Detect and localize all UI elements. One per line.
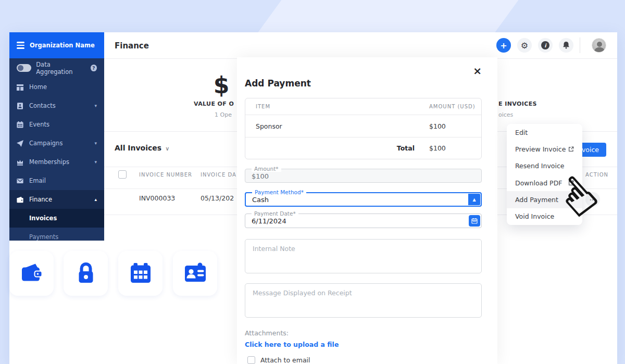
sidebar-item-home[interactable]: Home bbox=[9, 78, 104, 96]
column-invoice-number: INVOICE NUMBER bbox=[139, 172, 192, 178]
data-aggregation-label: Data Aggregation bbox=[36, 61, 86, 76]
wallet-icon bbox=[19, 261, 44, 286]
column-action: ACTION bbox=[585, 172, 608, 178]
invoice-row-date: 05/13/202 bbox=[201, 194, 234, 202]
lock-icon bbox=[73, 261, 98, 286]
gear-icon[interactable]: ⚙ bbox=[517, 38, 532, 53]
menu-item-resend-invoice[interactable]: Resend Invoice bbox=[507, 158, 582, 174]
shortcut-card-membership[interactable] bbox=[173, 251, 217, 296]
envelope-icon bbox=[17, 178, 23, 184]
hamburger-menu-icon[interactable] bbox=[17, 42, 24, 48]
receipt-message-textarea[interactable]: Message Displayed on Receipt bbox=[245, 283, 482, 318]
payment-items-table: ITEM AMOUNT (USD) Sponsor $100 Total $10… bbox=[245, 98, 482, 159]
item-amount: $100 bbox=[429, 122, 481, 130]
col-item: ITEM bbox=[245, 104, 429, 109]
chevron-up-icon: ▴ bbox=[94, 197, 97, 202]
items-table-header: ITEM AMOUNT (USD) bbox=[245, 98, 481, 115]
sidebar-subitem-invoices[interactable]: Invoices bbox=[9, 209, 104, 228]
sidebar-subitem-payments[interactable]: Payments bbox=[9, 228, 104, 241]
attach-to-email-label: Attach to email bbox=[260, 356, 310, 364]
sidebar-item-label: Email bbox=[29, 177, 46, 184]
menu-item-preview-invoice[interactable]: Preview Invoice bbox=[507, 141, 582, 157]
payment-method-field[interactable]: Payment Method* Cash ▲ bbox=[245, 192, 482, 207]
bell-icon[interactable] bbox=[559, 38, 573, 53]
add-button[interactable]: + bbox=[496, 38, 511, 53]
attach-to-email-row: Attach to email bbox=[247, 356, 310, 364]
invoice-filter-dropdown[interactable]: All Invoices∨ bbox=[115, 144, 169, 152]
overdue-invoices-subtitle: oices bbox=[498, 111, 513, 118]
info-icon[interactable]: i bbox=[538, 38, 553, 53]
calendar-picker-button[interactable] bbox=[469, 215, 480, 227]
help-icon[interactable]: ? bbox=[91, 65, 97, 71]
sidebar-item-label: Events bbox=[29, 121, 49, 128]
chevron-down-icon: ∨ bbox=[165, 145, 169, 152]
payment-method-label: Payment Method* bbox=[252, 189, 306, 195]
attachments-label: Attachments: bbox=[245, 329, 289, 337]
open-invoices-subtitle: 1 Ope bbox=[215, 111, 232, 118]
wallet-icon bbox=[17, 196, 23, 203]
menu-item-edit[interactable]: Edit bbox=[507, 124, 582, 141]
sidebar-item-label: Campaigns bbox=[29, 140, 63, 147]
items-table-row: Sponsor $100 bbox=[245, 115, 481, 137]
menu-item-void-invoice[interactable]: Void Invoice bbox=[507, 208, 582, 225]
sidebar-item-label: Memberships bbox=[29, 158, 69, 166]
sidebar-item-contacts[interactable]: Contacts ▾ bbox=[9, 96, 104, 115]
external-link-icon bbox=[568, 146, 574, 152]
chevron-down-icon: ▾ bbox=[94, 103, 97, 108]
calendar-icon bbox=[128, 261, 153, 286]
sidebar-item-events[interactable]: Events bbox=[9, 115, 104, 134]
invoice-row-number[interactable]: INV000033 bbox=[139, 194, 175, 202]
shortcut-card-events[interactable] bbox=[118, 251, 162, 296]
modal-title: Add Payment bbox=[245, 78, 311, 89]
overdue-invoices-title: E INVOICES bbox=[498, 101, 537, 107]
page-title: Finance bbox=[115, 41, 149, 51]
payment-date-label: Payment Date* bbox=[252, 210, 298, 217]
amount-field: Amount* $100 bbox=[245, 169, 482, 183]
payment-method-value: Cash bbox=[252, 196, 269, 204]
chevron-down-icon: ▾ bbox=[94, 159, 97, 165]
add-payment-modal: × Add Payment ITEM AMOUNT (USD) Sponsor … bbox=[237, 57, 497, 364]
amount-value: $100 bbox=[252, 172, 269, 180]
sidebar-item-label: Contacts bbox=[29, 102, 56, 109]
crown-icon bbox=[17, 159, 23, 166]
shortcut-card-security[interactable] bbox=[64, 251, 108, 296]
row-actions-button[interactable]: ⋯ bbox=[585, 192, 600, 207]
upload-file-link[interactable]: Click here to upload a file bbox=[245, 341, 339, 348]
col-amount: AMOUNT (USD) bbox=[429, 104, 481, 109]
menu-item-download-pdf[interactable]: Download PDF bbox=[507, 174, 582, 191]
sidebar-header: Organization Name bbox=[9, 32, 104, 58]
sidebar-item-memberships[interactable]: Memberships ▾ bbox=[9, 153, 104, 171]
invoice-context-menu: Edit Preview Invoice Resend Invoice Down… bbox=[507, 124, 582, 225]
contacts-icon bbox=[17, 103, 23, 109]
dropdown-collapse-button[interactable]: ▲ bbox=[468, 194, 480, 205]
home-icon bbox=[17, 84, 23, 91]
item-name: Sponsor bbox=[245, 122, 429, 130]
data-aggregation-row: Data Aggregation ? bbox=[9, 58, 104, 78]
open-invoices-currency: $ bbox=[206, 72, 237, 98]
sidebar-item-finance[interactable]: Finance ▴ bbox=[9, 190, 104, 209]
paper-plane-icon bbox=[17, 140, 23, 147]
payment-date-value: 6/11/2024 bbox=[252, 217, 286, 225]
shortcut-card-wallet[interactable] bbox=[9, 251, 54, 296]
internal-note-textarea[interactable]: Internal Note bbox=[245, 239, 482, 273]
close-icon[interactable]: × bbox=[473, 66, 482, 76]
calendar-icon bbox=[17, 121, 23, 128]
calendar-icon bbox=[471, 218, 478, 224]
screenshot-root: Organization Name Data Aggregation ? Hom… bbox=[0, 0, 625, 364]
avatar[interactable] bbox=[592, 38, 606, 53]
sidebar: Organization Name Data Aggregation ? Hom… bbox=[9, 32, 104, 241]
internal-note-placeholder: Internal Note bbox=[253, 245, 295, 253]
total-amount: $100 bbox=[429, 144, 481, 152]
payment-date-field[interactable]: Payment Date* 6/11/2024 bbox=[245, 214, 482, 228]
sidebar-item-email[interactable]: Email bbox=[9, 171, 104, 190]
avatar-silhouette bbox=[592, 39, 606, 53]
sidebar-item-campaigns[interactable]: Campaigns ▾ bbox=[9, 134, 104, 153]
attach-to-email-checkbox[interactable] bbox=[247, 356, 255, 364]
select-all-checkbox[interactable] bbox=[118, 170, 127, 179]
items-table-total-row: Total $100 bbox=[245, 137, 481, 159]
sidebar-item-label: Home bbox=[29, 83, 47, 91]
data-aggregation-toggle[interactable] bbox=[17, 64, 31, 72]
sidebar-item-label: Finance bbox=[29, 196, 52, 203]
receipt-message-placeholder: Message Displayed on Receipt bbox=[253, 289, 352, 297]
menu-item-add-payment[interactable]: Add Payment bbox=[507, 191, 582, 208]
